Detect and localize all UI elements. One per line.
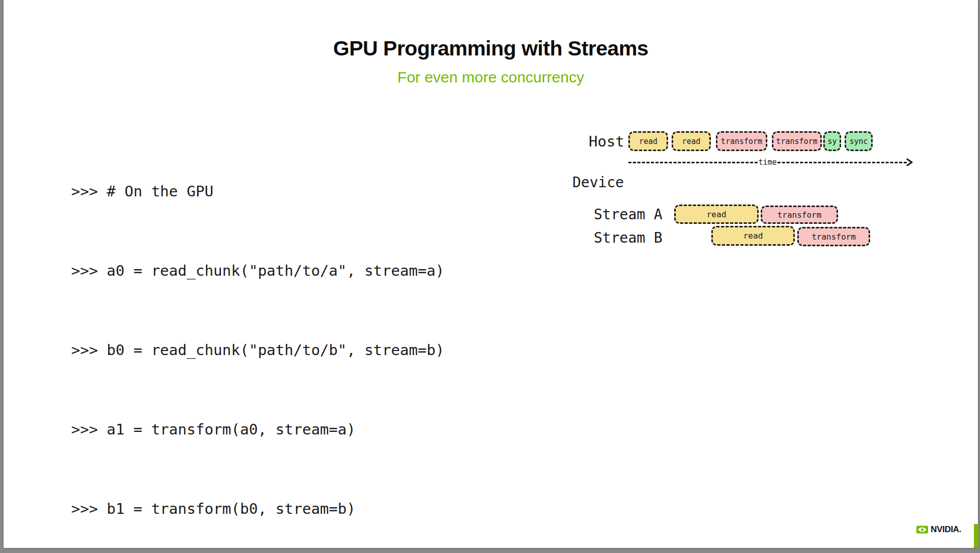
code-line: >>> a1 = transform(a0, stream=a)	[71, 416, 444, 443]
page-title: GPU Programming with Streams	[4, 37, 978, 61]
time-axis-label: time	[758, 159, 777, 166]
nvidia-logo: NVIDIA.	[916, 525, 961, 535]
host-box-sync-2: sync	[845, 131, 873, 151]
nvidia-wordmark: NVIDIA.	[931, 525, 961, 535]
stream-a-read-box: read	[674, 205, 759, 224]
code-line: >>> # On the GPU	[71, 178, 444, 205]
code-line: >>> b0 = read_chunk("path/to/b", stream=…	[71, 337, 444, 363]
host-label: Host	[589, 133, 624, 150]
nvidia-accent-bar	[974, 524, 978, 548]
time-axis-dash-right	[777, 162, 907, 163]
host-box-read-2: read	[672, 131, 711, 151]
stream-a-label: Stream A	[594, 206, 662, 223]
stream-b-label: Stream B	[594, 229, 662, 246]
stream-a-transform-box: transform	[761, 206, 838, 224]
host-box-sync-1: sy	[823, 131, 841, 151]
arrow-right-icon	[906, 158, 913, 167]
code-block: >>> # On the GPU >>> a0 = read_chunk("pa…	[71, 125, 444, 553]
code-line: >>> a0 = read_chunk("path/to/a", stream=…	[71, 257, 444, 284]
stream-b-read-box: read	[711, 226, 795, 246]
host-box-transform-1: transform	[716, 131, 767, 151]
nvidia-eye-icon	[916, 526, 928, 534]
time-axis: time	[628, 157, 913, 168]
slide: GPU Programming with Streams For even mo…	[4, 0, 978, 548]
device-label: Device	[572, 174, 624, 191]
code-line: >>> b1 = transform(b0, stream=b)	[71, 496, 444, 522]
time-axis-dash-left	[628, 162, 758, 163]
stream-b-transform-box: transform	[797, 227, 870, 246]
host-box-transform-2: transform	[772, 131, 822, 151]
page-subtitle: For even more concurrency	[4, 69, 978, 86]
host-box-read-1: read	[628, 131, 668, 151]
